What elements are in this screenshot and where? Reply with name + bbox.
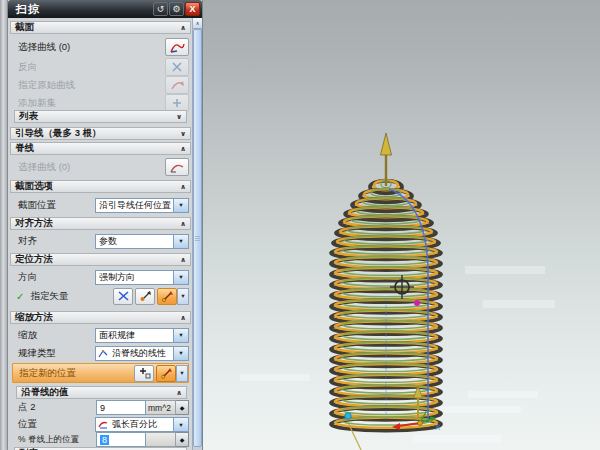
row-point2: 点 2 9 mm^2 ◆ bbox=[12, 400, 189, 415]
chevron-down-icon: ▼ bbox=[173, 199, 188, 212]
vector-dialog-icon bbox=[161, 290, 174, 302]
group-header-section[interactable]: 截面 ∧ bbox=[10, 21, 191, 34]
section-position-dropdown[interactable]: 沿引导线任何位置 ▼ bbox=[95, 198, 189, 213]
collapse-icon: ∧ bbox=[176, 389, 182, 396]
select-curve-button[interactable] bbox=[165, 38, 189, 56]
dialog-titlebar[interactable]: 扫掠 ↺ ⚙ X bbox=[8, 0, 202, 18]
row-direction: 方向 强制方向 ▼ bbox=[12, 269, 189, 285]
chevron-down-icon: ▼ bbox=[180, 293, 185, 299]
direction-arrow-head bbox=[381, 133, 392, 155]
collapse-icon: ∧ bbox=[180, 183, 186, 190]
chevron-down-icon: ▼ bbox=[173, 347, 188, 360]
row-reverse: 反向 bbox=[12, 59, 189, 75]
viewport-3d[interactable]: X bbox=[203, 0, 600, 450]
selected-text: 8 bbox=[100, 435, 109, 445]
point-dialog-button[interactable] bbox=[134, 365, 154, 382]
collapse-icon: ∧ bbox=[180, 145, 186, 152]
reset-icon: ↺ bbox=[157, 4, 165, 14]
row-add-new-set: 添加新集 bbox=[12, 95, 189, 111]
dialog-scrollbar[interactable]: ∧ bbox=[192, 18, 202, 450]
scrollbar-grip bbox=[195, 236, 200, 241]
close-icon: X bbox=[189, 4, 195, 14]
group-header-orientation[interactable]: 定位方法 ∧ bbox=[10, 253, 191, 266]
crossed-arrows-icon bbox=[117, 290, 130, 302]
scale-dropdown[interactable]: 面积规律 ▼ bbox=[95, 328, 189, 343]
vector-options-dropdown[interactable]: ▼ bbox=[177, 288, 189, 305]
row-pct-on-spine: % 脊线上的位置 8 ◆ bbox=[12, 432, 189, 447]
row-section-position: 截面位置 沿引导线任何位置 ▼ bbox=[12, 197, 189, 213]
direction-dropdown[interactable]: 强制方向 ▼ bbox=[95, 270, 189, 285]
reset-button[interactable]: ↺ bbox=[153, 2, 168, 16]
add-new-set-icon bbox=[171, 97, 184, 109]
position-dropdown[interactable]: 弧长百分比 ▼ bbox=[95, 417, 189, 432]
window-edge-strip bbox=[0, 0, 8, 450]
law-linear-icon bbox=[98, 348, 109, 359]
align-dropdown[interactable]: 参数 ▼ bbox=[95, 234, 189, 249]
vector-constructor-button[interactable] bbox=[157, 288, 177, 305]
dialog-title: 扫掠 bbox=[16, 2, 152, 17]
point2-unit-field: mm^2 bbox=[146, 400, 176, 415]
point-constructor-button[interactable] bbox=[156, 365, 176, 382]
close-button[interactable]: X bbox=[185, 2, 200, 16]
stepper-icon: ◆ bbox=[180, 404, 185, 411]
scene-svg: X bbox=[203, 0, 600, 450]
chevron-down-icon: ▼ bbox=[173, 271, 188, 284]
group-header-spine[interactable]: 脊线 ∧ bbox=[10, 142, 191, 155]
location-options-dropdown[interactable]: ▼ bbox=[176, 365, 188, 382]
expand-icon: ∨ bbox=[176, 113, 182, 120]
group-header-guides[interactable]: 引导线（最多 3 根） ∨ bbox=[10, 127, 191, 140]
collapse-icon: ∧ bbox=[180, 24, 186, 31]
app-window: 扫掠 ↺ ⚙ X 截面 ∧ 选择曲线 (0) bbox=[0, 0, 600, 450]
start-point-cyan bbox=[345, 413, 351, 419]
reverse-direction-button bbox=[165, 58, 189, 76]
chevron-down-icon: ▼ bbox=[173, 329, 188, 342]
chevron-down-icon: ▼ bbox=[173, 418, 188, 431]
row-specify-new-location: 指定新的位置 ▼ bbox=[12, 363, 189, 383]
row-scale: 缩放 面积规律 ▼ bbox=[12, 327, 189, 343]
law-type-dropdown[interactable]: 沿脊线的线性 ▼ bbox=[95, 346, 189, 361]
row-spine-select-curve: 选择曲线 (0) bbox=[12, 157, 189, 177]
group-header-section-options[interactable]: 截面选项 ∧ bbox=[10, 180, 191, 193]
row-law-type: 规律类型 沿脊线的线性 ▼ bbox=[12, 345, 189, 361]
group-header-alignment[interactable]: 对齐方法 ∧ bbox=[10, 217, 191, 230]
row-position: 位置 弧长百分比 ▼ bbox=[12, 417, 189, 432]
dialog-content: 截面 ∧ 选择曲线 (0) 反向 bbox=[8, 18, 193, 450]
list-subheader[interactable]: 列表 ∨ bbox=[14, 110, 187, 123]
gear-icon: ⚙ bbox=[172, 4, 180, 14]
chevron-down-icon: ▼ bbox=[179, 370, 184, 376]
point2-value-input[interactable]: 9 bbox=[96, 400, 146, 415]
sweep-dialog: 扫掠 ↺ ⚙ X 截面 ∧ 选择曲线 (0) bbox=[8, 0, 203, 450]
inferred-point-button[interactable] bbox=[135, 288, 155, 305]
row-origin-curve: 指定原始曲线 bbox=[12, 77, 189, 93]
settings-button[interactable]: ⚙ bbox=[169, 2, 184, 16]
pct-stepper[interactable]: ◆ bbox=[176, 432, 189, 447]
scrollbar-thumb[interactable] bbox=[193, 29, 202, 447]
guide-point-magenta bbox=[414, 300, 420, 306]
pct-on-spine-input[interactable]: 8 bbox=[96, 432, 146, 447]
spine-curve-icon bbox=[169, 161, 185, 174]
group-header-scaling[interactable]: 缩放方法 ∧ bbox=[10, 311, 191, 324]
pct-unit-field bbox=[146, 432, 176, 447]
chevron-down-icon: ▼ bbox=[173, 235, 188, 248]
row-specify-vector: ✓ 指定矢量 bbox=[12, 287, 189, 305]
spine-select-curve-button[interactable] bbox=[165, 158, 189, 176]
select-curve-icon bbox=[169, 41, 185, 54]
collapse-icon: ∧ bbox=[180, 314, 186, 321]
collapse-icon: ∧ bbox=[180, 220, 186, 227]
along-spine-subheader[interactable]: 沿脊线的值 ∧ bbox=[16, 386, 187, 399]
scrollbar-up-button[interactable]: ∧ bbox=[193, 18, 202, 29]
two-point-vector-button[interactable] bbox=[113, 288, 133, 305]
point-dialog-icon bbox=[138, 367, 151, 379]
collapse-icon: ∧ bbox=[180, 256, 186, 263]
origin-curve-icon bbox=[170, 79, 185, 91]
check-icon: ✓ bbox=[12, 291, 24, 302]
point-arrow-icon bbox=[139, 290, 152, 302]
point2-stepper[interactable]: ◆ bbox=[176, 400, 189, 415]
row-align: 对齐 参数 ▼ bbox=[12, 233, 189, 249]
point-flash-icon bbox=[160, 367, 173, 379]
origin-curve-button bbox=[165, 76, 189, 94]
arc-length-icon bbox=[98, 419, 109, 430]
row-select-curve: 选择曲线 (0) bbox=[12, 37, 189, 57]
scroll-up-icon: ∧ bbox=[196, 20, 200, 26]
expand-icon: ∨ bbox=[180, 130, 186, 137]
